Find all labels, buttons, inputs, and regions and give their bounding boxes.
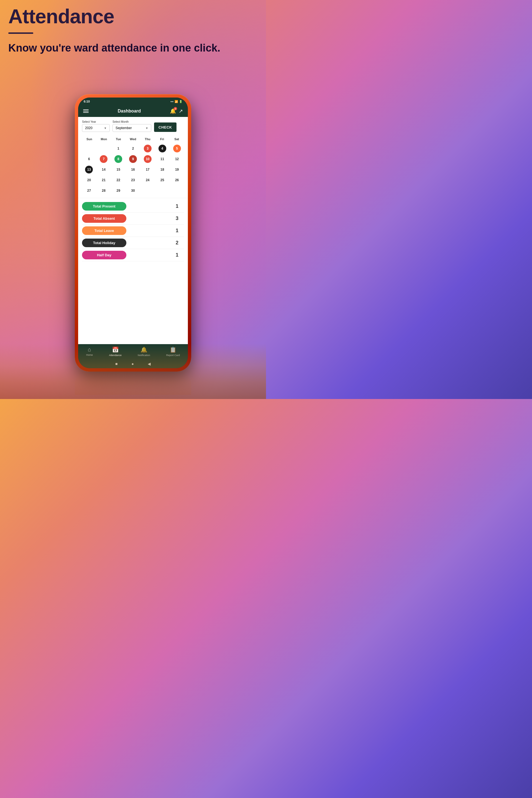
cal-day-sat: Sat (169, 136, 184, 142)
signal-icon: ▪▪▪ (170, 100, 173, 103)
cal-cell-20[interactable]: 20 (82, 175, 96, 185)
cal-day-sun: Sun (82, 136, 97, 142)
cal-cell-29[interactable]: 29 (111, 186, 126, 196)
cal-cell-7[interactable]: 7 (97, 154, 111, 164)
total-holiday-label: Total Holiday (82, 239, 126, 247)
cal-day-thu: Thu (140, 136, 155, 142)
attendance-label: Attendance (109, 354, 122, 357)
calendar: Sun Mon Tue Wed Thu Fri Sat 1 2 (78, 134, 188, 198)
nav-home[interactable]: ⌂ Home (86, 346, 93, 357)
phone-outer-frame: 6:10 ▪▪▪ 📶 🔋 Dashboard 🔔 0 (75, 94, 191, 372)
phone-mockup: 6:10 ▪▪▪ 📶 🔋 Dashboard 🔔 0 (75, 94, 191, 395)
cal-cell-30[interactable]: 30 (126, 186, 140, 196)
stat-row-leave: Total Leave 1 (82, 225, 184, 237)
nav-notification[interactable]: 🔔 Notification (138, 346, 150, 357)
nav-attendance[interactable]: 📅 Attendance (109, 346, 122, 357)
total-leave-label: Total Leave (82, 226, 126, 235)
cal-cell-24[interactable]: 24 (140, 175, 155, 185)
half-day-value: 1 (176, 252, 178, 258)
cal-cell-15[interactable]: 15 (111, 165, 126, 174)
cal-cell-8[interactable]: 8 (111, 154, 126, 164)
cal-cell-19[interactable]: 19 (170, 165, 184, 174)
cal-cell-3[interactable]: 3 (140, 144, 155, 153)
cal-cell-12[interactable]: 12 (170, 154, 184, 164)
nav-report-card[interactable]: 📋 Report Card (166, 346, 180, 357)
notification-nav-icon: 🔔 (140, 346, 147, 353)
android-square-button[interactable]: ■ (115, 362, 117, 366)
android-back-button[interactable]: ◀ (148, 362, 151, 366)
cal-cell-27[interactable]: 27 (82, 186, 96, 196)
month-label: Select Month (113, 120, 151, 123)
cal-cell-13[interactable]: 13 (82, 165, 96, 174)
notification-bell-button[interactable]: 🔔 0 (170, 108, 176, 114)
cal-cell-17[interactable]: 17 (140, 165, 155, 174)
year-label: Select Year (82, 120, 110, 123)
battery-icon: 🔋 (179, 100, 182, 103)
cal-cell-16[interactable]: 16 (126, 165, 140, 174)
android-navigation-bar: ■ ● ◀ (78, 359, 188, 368)
share-button[interactable]: ↗ (179, 108, 183, 114)
cal-cell-23[interactable]: 23 (126, 175, 140, 185)
app-content: Select Year 2020 ▼ Select Month Septembe… (78, 117, 188, 344)
year-dropdown[interactable]: 2020 ▼ (82, 124, 110, 132)
cal-cell-1[interactable]: 1 (111, 144, 126, 153)
stats-section: Total Present 1 Total Absent 3 Total Lea… (78, 198, 188, 264)
cal-cell-9[interactable]: 9 (126, 154, 140, 164)
cal-cell-18[interactable]: 18 (155, 165, 169, 174)
notification-badge: 0 (174, 107, 177, 110)
year-chevron-icon: ▼ (104, 127, 107, 130)
stat-row-absent: Total Absent 3 (82, 212, 184, 225)
check-button[interactable]: CHECK (154, 122, 176, 132)
phone-reflection (75, 373, 191, 395)
month-dropdown[interactable]: September ▼ (113, 124, 151, 132)
total-holiday-value: 2 (176, 240, 178, 246)
attendance-icon: 📅 (112, 346, 119, 353)
cal-cell-4[interactable]: 4 (155, 144, 169, 153)
year-value: 2020 (85, 126, 93, 130)
calendar-grid: 1 2 3 4 5 6 7 8 9 10 11 12 13 (82, 144, 184, 196)
app-header: Dashboard 🔔 0 ↗ (78, 105, 188, 117)
cal-cell-6[interactable]: 6 (82, 154, 96, 164)
cal-cell-22[interactable]: 22 (111, 175, 126, 185)
report-card-icon: 📋 (170, 346, 176, 353)
header-section: Attendance Know you're ward attendance i… (8, 5, 258, 55)
status-time: 6:10 (84, 100, 90, 103)
cal-cell-empty-5 (170, 186, 184, 196)
month-selector-group: Select Month September ▼ (113, 120, 151, 132)
android-circle-button[interactable]: ● (132, 362, 134, 366)
total-leave-value: 1 (176, 228, 178, 233)
cal-cell-14[interactable]: 14 (97, 165, 111, 174)
cal-day-fri: Fri (155, 136, 170, 142)
cal-cell-26[interactable]: 26 (170, 175, 184, 185)
cal-cell-11[interactable]: 11 (155, 154, 169, 164)
cal-cell-25[interactable]: 25 (155, 175, 169, 185)
phone-inner-screen: 6:10 ▪▪▪ 📶 🔋 Dashboard 🔔 0 (78, 97, 188, 368)
status-bar: 6:10 ▪▪▪ 📶 🔋 (78, 97, 188, 105)
hamburger-button[interactable] (83, 110, 89, 113)
header-divider (8, 33, 33, 34)
stat-row-holiday: Total Holiday 2 (82, 237, 184, 249)
stat-row-halfday: Half Day 1 (82, 249, 184, 261)
page-title: Attendance (8, 5, 258, 27)
report-card-label: Report Card (166, 354, 180, 357)
cal-cell-5[interactable]: 5 (170, 144, 184, 153)
month-chevron-icon: ▼ (146, 127, 148, 130)
cal-cell-2[interactable]: 2 (126, 144, 140, 153)
selectors-row: Select Year 2020 ▼ Select Month Septembe… (78, 117, 188, 134)
header-action-icons: 🔔 0 ↗ (170, 108, 183, 114)
cal-cell-empty-2 (97, 144, 111, 153)
cal-cell-21[interactable]: 21 (97, 175, 111, 185)
total-present-label: Total Present (82, 202, 126, 211)
app-title: Dashboard (118, 109, 141, 114)
total-absent-value: 3 (176, 215, 178, 222)
cal-cell-28[interactable]: 28 (97, 186, 111, 196)
calendar-header: Sun Mon Tue Wed Thu Fri Sat (82, 136, 184, 142)
header-subtitle: Know you're ward attendance in one click… (8, 41, 258, 55)
wifi-icon: 📶 (174, 100, 178, 103)
cal-cell-10[interactable]: 10 (140, 154, 155, 164)
half-day-label: Half Day (82, 251, 126, 259)
cal-day-mon: Mon (97, 136, 111, 142)
stat-row-present: Total Present 1 (82, 200, 184, 212)
year-selector-group: Select Year 2020 ▼ (82, 120, 110, 132)
cal-cell-empty-3 (140, 186, 155, 196)
